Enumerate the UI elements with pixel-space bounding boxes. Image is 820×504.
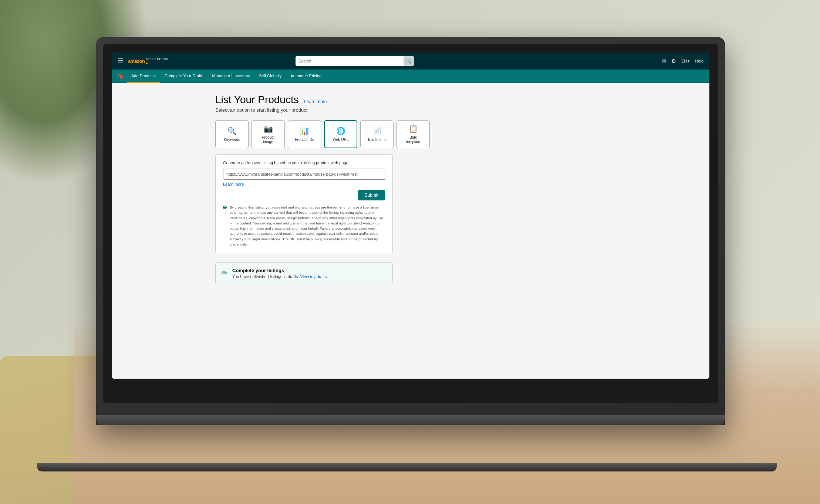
screen-body: ✦ + ✦ — [112, 83, 709, 379]
amazon-brand-name: amazon — [128, 58, 145, 64]
product-ids-icon: 📊 — [300, 126, 309, 135]
url-learn-more-link[interactable]: Learn more — [223, 182, 385, 186]
view-drafts-link[interactable]: View my drafts — [300, 274, 327, 279]
screen-bezel: ☰ amazon seller central ▸ 🔍 — [103, 44, 718, 403]
search-icon: 🔍 — [406, 58, 411, 64]
keywords-label: Keywords — [224, 138, 240, 142]
nav-sell-globally[interactable]: Sell Globally — [254, 70, 286, 83]
page-learn-more-link[interactable]: Learn more — [304, 99, 327, 104]
chevron-down-icon: ▾ — [688, 59, 690, 64]
url-input-row — [223, 169, 385, 180]
method-tab-keywords[interactable]: 🔍 Keywords — [215, 120, 249, 148]
nav-complete-drafts[interactable]: Complete Your Drafts — [160, 70, 208, 83]
help-link[interactable]: Help — [695, 59, 703, 63]
submit-button[interactable]: Submit — [358, 190, 385, 200]
nav-add-products[interactable]: Add Products — [127, 70, 160, 83]
product-ids-label: Product IDs — [295, 138, 314, 142]
main-navigation: 🔖 Add Products Complete Your Drafts Mana… — [112, 70, 709, 83]
search-container: 🔍 — [296, 56, 414, 66]
complete-card-content: Complete your listings You have unfinish… — [232, 268, 327, 279]
legal-radio-inner — [224, 207, 226, 209]
legal-text-container: By creating this listing, you represent … — [223, 205, 385, 247]
method-tab-web-url[interactable]: 🌐 Web URL — [324, 120, 357, 148]
search-button[interactable]: 🔍 — [404, 56, 414, 66]
main-content-area: List Your Products Learn more Select an … — [112, 83, 709, 379]
search-input[interactable] — [296, 56, 414, 66]
nav-automate-pricing[interactable]: Automate Pricing — [286, 70, 326, 83]
page-title: List Your Products — [215, 94, 299, 105]
method-tab-bulk-template[interactable]: 📋 Bulk template — [396, 120, 430, 148]
hamburger-menu[interactable]: ☰ — [118, 57, 124, 65]
laptop-bottom-bar — [96, 415, 725, 425]
blank-form-label: Blank form — [368, 138, 386, 142]
complete-listings-card: ✏ Complete your listings You have unfini… — [215, 262, 393, 284]
bookmark-icon: 🔖 — [118, 73, 124, 79]
settings-icon: ⚙ — [671, 58, 676, 64]
mail-icon: ✉ — [662, 58, 666, 64]
edit-icon: ✏ — [222, 268, 228, 277]
header-right-actions: ✉ ⚙ EN ▾ Help — [662, 58, 703, 64]
page-subtitle: Select an option to start listing your p… — [215, 107, 695, 113]
seller-central-text: seller central — [146, 57, 169, 61]
bulk-template-label: Bulk template — [402, 135, 424, 144]
web-url-label: Web URL — [333, 138, 348, 142]
nav-manage-inventory[interactable]: Manage All Inventory — [208, 70, 255, 83]
product-image-label: Product image — [257, 135, 279, 144]
keywords-icon: 🔍 — [227, 126, 237, 135]
page-title-area: List Your Products Learn more Select an … — [215, 94, 695, 113]
legal-text-content: By creating this listing, you represent … — [230, 205, 385, 247]
screen: ☰ amazon seller central ▸ 🔍 — [112, 53, 709, 379]
mail-button[interactable]: ✉ — [662, 58, 666, 64]
method-tab-product-image[interactable]: 📷 Product image — [252, 120, 285, 148]
complete-card-text: You have unfinished listings in drafts. … — [232, 274, 327, 279]
method-tab-blank-form[interactable]: 📄 Blank form — [360, 120, 394, 148]
web-url-icon: 🌐 — [336, 126, 345, 135]
listing-method-tabs: 🔍 Keywords 📷 Product image 📊 Product IDs — [215, 120, 695, 148]
language-selector[interactable]: EN ▾ — [681, 59, 690, 64]
laptop-base — [37, 463, 777, 471]
url-input-field[interactable] — [223, 169, 385, 180]
url-panel-description: Generate an Amazon listing based on your… — [223, 160, 385, 165]
amazon-logo: amazon seller central ▸ — [128, 57, 169, 65]
method-tab-product-ids[interactable]: 📊 Product IDs — [288, 120, 321, 148]
amazon-header: ☰ amazon seller central ▸ 🔍 — [112, 53, 709, 70]
settings-button[interactable]: ⚙ — [671, 58, 676, 64]
complete-card-title: Complete your listings — [232, 268, 327, 273]
logo-arrow: ▸ — [146, 61, 169, 65]
language-label: EN — [681, 59, 687, 63]
blank-form-icon: 📄 — [372, 126, 382, 135]
legal-radio — [223, 206, 227, 209]
product-image-icon: 📷 — [264, 124, 273, 133]
submit-row: Submit — [223, 190, 385, 200]
laptop-body: ☰ amazon seller central ▸ 🔍 — [96, 37, 725, 425]
web-url-panel: Generate an Amazon listing based on your… — [215, 154, 393, 253]
bulk-template-icon: 📋 — [409, 124, 418, 133]
